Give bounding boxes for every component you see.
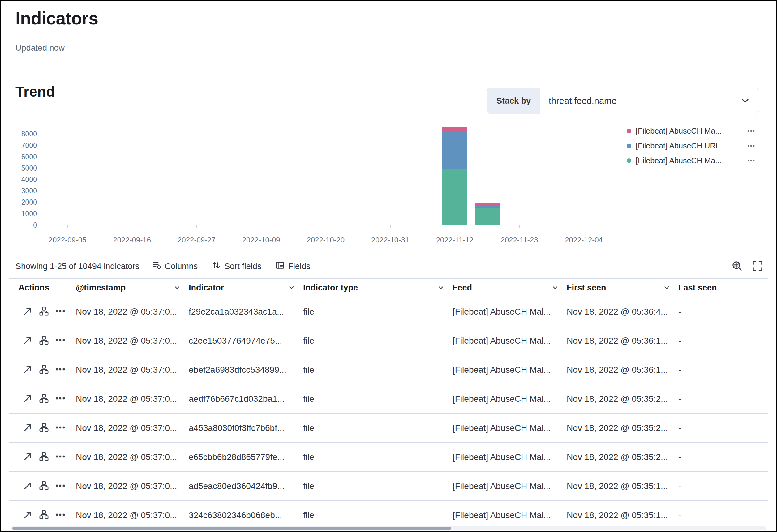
investigate-in-timeline-button[interactable] [39, 394, 48, 404]
row-more-actions-button[interactable] [56, 510, 65, 520]
column-header-actions-label: Actions [19, 283, 49, 293]
expand-row-button[interactable] [23, 394, 32, 404]
expand-row-button[interactable] [23, 452, 32, 462]
column-header-first-seen-label: First seen [567, 283, 606, 293]
legend-item[interactable]: [Filebeat] AbuseCH Ma... [627, 154, 755, 167]
bar-segment[interactable] [442, 127, 467, 131]
x-axis-tick-label: 2022-11-12 [422, 236, 487, 244]
investigate-in-timeline-button[interactable] [39, 365, 48, 375]
table-row: Nov 18, 2022 @ 05:37:0... 324c63802346b0… [9, 501, 768, 530]
expand-row-button[interactable] [23, 336, 32, 346]
cell-indicator: aedf76b667c1d032ba1... [185, 394, 299, 404]
expand-icon [23, 481, 32, 491]
column-header-indicator[interactable]: Indicator [185, 283, 299, 293]
cell-indicator-type: file [299, 481, 448, 491]
investigate-in-timeline-button[interactable] [39, 336, 48, 346]
row-more-actions-button[interactable] [56, 452, 65, 462]
expand-row-button[interactable] [23, 365, 32, 375]
row-more-actions-button[interactable] [56, 365, 65, 375]
column-header-feed[interactable]: Feed [448, 283, 563, 293]
x-axis-tick-label: 2022-10-09 [229, 236, 294, 244]
expand-row-button[interactable] [23, 423, 32, 433]
timeline-graph-icon [39, 394, 48, 404]
column-header-last-seen[interactable]: Last seen [674, 283, 768, 293]
cell-first-seen: Nov 18, 2022 @ 05:36:1... [563, 365, 674, 375]
sort-fields-button[interactable]: Sort fields [212, 261, 261, 272]
stack-by-select[interactable]: threat.feed.name [540, 88, 759, 113]
sort-fields-icon [212, 261, 221, 272]
cell-first-seen: Nov 18, 2022 @ 05:35:2... [563, 423, 674, 433]
updated-status: Updated now [15, 43, 65, 53]
column-header-feed-label: Feed [453, 283, 472, 293]
fields-button[interactable]: Fields [275, 261, 310, 272]
row-more-actions-button[interactable] [56, 336, 65, 346]
y-axis-tick-label: 3000 [4, 187, 37, 195]
fullscreen-button[interactable] [752, 261, 763, 272]
chevron-down-icon[interactable] [288, 285, 295, 291]
column-header-indicator-label: Indicator [189, 283, 224, 293]
column-header-indicator-type[interactable]: Indicator type [299, 283, 448, 293]
legend-actions-icon[interactable] [748, 157, 755, 164]
row-actions-cell [9, 365, 72, 375]
bar-segment[interactable] [475, 203, 500, 205]
row-more-actions-button[interactable] [56, 423, 65, 433]
x-axis-tick-label: 2022-11-23 [487, 236, 552, 244]
cell-indicator: a453a8030f0f3ffc7b6bf... [185, 423, 299, 433]
legend-actions-icon[interactable] [748, 127, 755, 134]
trend-heading: Trend [15, 83, 55, 100]
bar-segment[interactable] [475, 205, 500, 208]
cell-indicator-type: file [299, 336, 448, 346]
expand-row-button[interactable] [23, 481, 32, 491]
cell-indicator: c2ee15037764974e75... [185, 336, 299, 346]
row-more-actions-button[interactable] [56, 394, 65, 404]
investigate-in-timeline-button[interactable] [39, 510, 48, 520]
indicators-table: Actions @timestamp Indicator Indicator t… [9, 278, 768, 531]
cell-indicator: e65cbb6b28d865779fe... [185, 452, 299, 462]
chevron-down-icon[interactable] [552, 285, 558, 291]
columns-button[interactable]: Columns [152, 261, 198, 272]
expand-icon [23, 336, 32, 346]
x-axis-tick-label: 2022-12-04 [552, 236, 617, 244]
cell-indicator-type: file [299, 307, 448, 317]
bar-segment[interactable] [442, 169, 467, 225]
table-row: Nov 18, 2022 @ 05:37:0... aedf76b667c1d0… [9, 385, 768, 414]
expand-icon [23, 365, 32, 375]
column-header-indicator-type-label: Indicator type [303, 283, 358, 293]
cell-feed: [Filebeat] AbuseCH Mal... [448, 423, 563, 433]
legend-item[interactable]: [Filebeat] AbuseCH Ma... [627, 125, 755, 137]
expand-row-button[interactable] [23, 307, 32, 317]
row-more-actions-button[interactable] [56, 481, 65, 491]
cell-last-seen: - [674, 423, 768, 433]
row-more-actions-button[interactable] [56, 307, 65, 317]
expand-icon [23, 394, 32, 404]
legend-item[interactable]: [Filebeat] AbuseCH URL [627, 140, 755, 151]
boxes-horizontal-icon [56, 481, 65, 491]
row-actions-cell [9, 481, 72, 491]
investigate-in-timeline-button[interactable] [39, 307, 48, 317]
cell-feed: [Filebeat] AbuseCH Mal... [448, 307, 563, 317]
scrollbar-thumb[interactable] [12, 527, 451, 530]
column-header-first-seen[interactable]: First seen [563, 283, 674, 293]
investigate-in-timeline-button[interactable] [39, 423, 48, 433]
x-axis-tick-label: 2022-09-05 [35, 236, 100, 244]
chevron-down-icon[interactable] [438, 285, 444, 291]
expand-row-button[interactable] [23, 510, 32, 520]
investigate-in-timeline-button[interactable] [39, 452, 48, 462]
x-axis-tick-mark [455, 225, 455, 228]
columns-button-label: Columns [165, 262, 198, 271]
investigate-in-timeline-button[interactable] [39, 481, 48, 491]
cell-last-seen: - [674, 510, 768, 520]
bar-segment[interactable] [442, 131, 467, 170]
inspect-button[interactable] [732, 261, 742, 272]
chevron-down-icon[interactable] [174, 285, 180, 291]
cell-first-seen: Nov 18, 2022 @ 05:35:2... [563, 452, 674, 462]
cell-first-seen: Nov 18, 2022 @ 05:36:1... [563, 336, 674, 346]
column-header-timestamp[interactable]: @timestamp [72, 283, 185, 293]
chevron-down-icon[interactable] [663, 285, 670, 291]
x-axis-tick-mark [132, 225, 132, 228]
x-axis-line [44, 225, 601, 225]
legend-actions-icon[interactable] [748, 142, 755, 149]
horizontal-scrollbar[interactable] [10, 526, 767, 530]
bar-segment[interactable] [475, 208, 500, 225]
timeline-graph-icon [39, 365, 48, 375]
